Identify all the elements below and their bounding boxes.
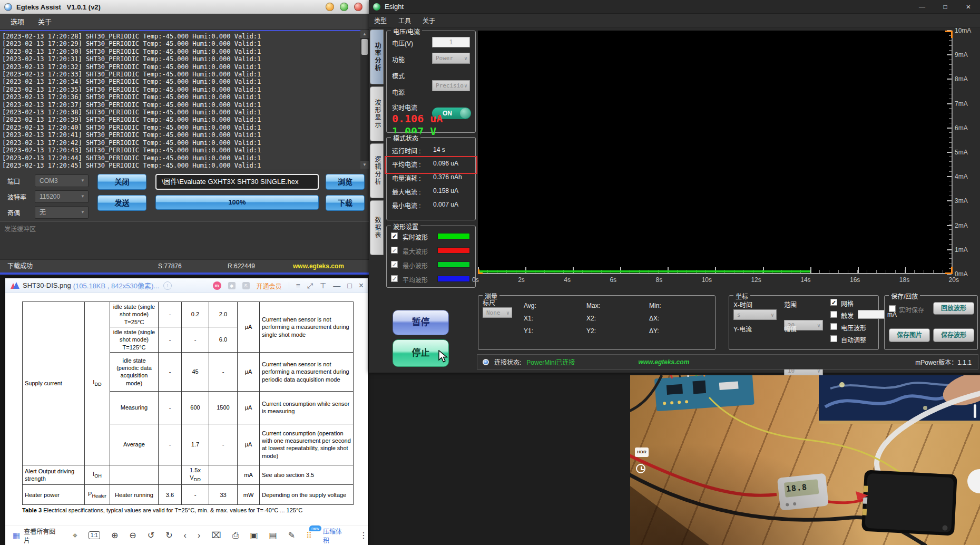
auto-adjust-checkbox[interactable]: ✓ xyxy=(830,335,837,342)
min-wave-color xyxy=(437,261,470,268)
esight-menu-item[interactable]: 关于 xyxy=(423,16,435,25)
realtime-wave-checkbox[interactable]: ✓ xyxy=(391,232,398,239)
scroll-up-icon[interactable]: ▲ xyxy=(360,30,369,38)
upload-icon[interactable]: ↑ xyxy=(163,281,172,290)
firmware-path-field[interactable]: \固件\Evaluate GXHT3X SHT30 SINGLE.hex xyxy=(155,174,319,190)
minimize-icon[interactable]: — xyxy=(333,282,340,289)
port-select[interactable]: COM3▼ xyxy=(35,174,89,187)
ruler-select[interactable]: None∨ xyxy=(483,307,512,318)
download-progress-bar: 100% xyxy=(155,195,319,210)
playback-wave-button[interactable]: 回放波形 xyxy=(933,302,974,315)
trigger-checkbox[interactable]: ✓ xyxy=(830,311,837,318)
shield-icon[interactable]: S xyxy=(242,282,250,289)
scroll-down-icon[interactable]: ▼ xyxy=(360,161,369,169)
timer-overlay-icon[interactable] xyxy=(636,464,645,473)
pause-button[interactable]: 暂停 xyxy=(393,310,449,335)
min-wave-row: ✓ 最小波形 xyxy=(391,261,471,271)
function-select[interactable]: Power∨ xyxy=(432,53,470,64)
compress-button[interactable]: 压缩体积 xyxy=(323,527,348,544)
voltage-input[interactable]: 1 xyxy=(432,37,470,47)
analysis-tab[interactable]: 波形显示 xyxy=(370,86,384,141)
viewer-titlebar[interactable]: SHT30-DIS.png (105.18KB , 842x530像素)... … xyxy=(5,278,368,293)
convert-image-icon[interactable]: ▣ xyxy=(250,531,258,540)
measurement-group: 测量 标尺 None∨ Avg:Max:Min:X1:X2:ΔX:Y1:Y2:Δ… xyxy=(478,295,716,350)
locate-icon[interactable]: ⌖ xyxy=(73,531,77,540)
egteks-menu-item[interactable]: 选项 xyxy=(11,16,24,26)
egteks-assist-window: Egteks Assist V1.0.1 (v2) 选项关于 [2023-02-… xyxy=(0,0,369,272)
convert-word-icon[interactable]: ▤ xyxy=(269,531,277,540)
rotate-right-icon[interactable]: ↻ xyxy=(165,531,172,540)
send-buffer-textarea[interactable]: 发送缓冲区 xyxy=(0,221,369,259)
y-major-ticks xyxy=(947,30,952,275)
zoom-in-icon[interactable]: ⊕ xyxy=(111,531,118,540)
more-apps-icon[interactable]: ⠿ new xyxy=(306,531,312,540)
next-image-icon[interactable]: › xyxy=(198,531,200,540)
maximize-icon[interactable]: □ xyxy=(934,0,957,14)
edge-handle xyxy=(974,404,976,418)
esight-menu-item[interactable]: 类型 xyxy=(374,16,387,25)
previous-image-icon[interactable]: ‹ xyxy=(184,531,187,540)
hamburger-menu-icon[interactable]: ≡ xyxy=(296,282,300,289)
egteks-titlebar[interactable]: Egteks Assist V1.0.1 (v2) xyxy=(0,0,369,14)
maximize-icon[interactable]: □ xyxy=(347,282,351,289)
voltage-wave-checkbox[interactable]: ✓ xyxy=(830,323,837,330)
minimize-icon[interactable]: — xyxy=(910,0,934,14)
close-icon[interactable]: × xyxy=(359,281,364,290)
save-wave-button[interactable]: 保存波形 xyxy=(933,328,974,342)
vip-avatar-icon[interactable]: m xyxy=(213,281,221,290)
x-tick-label: 20s xyxy=(949,276,959,284)
grid-checkbox[interactable]: ✓ xyxy=(830,299,837,306)
actual-size-button[interactable]: 1:1 xyxy=(89,531,100,539)
close-icon[interactable]: × xyxy=(957,0,980,14)
mode-select[interactable]: Precisio∨ xyxy=(432,80,470,91)
close-port-button[interactable]: 关闭 xyxy=(97,174,146,190)
vip-upgrade-link[interactable]: 开通会员 xyxy=(257,281,282,290)
chevron-down-icon: ∨ xyxy=(771,310,774,320)
current-waveform-chart[interactable] xyxy=(478,31,953,274)
realtime-save-checkbox[interactable]: ✓ xyxy=(889,305,896,312)
delete-icon[interactable]: ⌧ xyxy=(211,531,221,540)
baud-select[interactable]: 115200▼ xyxy=(35,190,89,203)
measurement-label: X1: xyxy=(524,315,586,322)
fullscreen-icon[interactable]: ⤢ xyxy=(307,282,313,289)
view-all-images-icon[interactable]: ▦ xyxy=(13,531,20,540)
scrollbar-thumb[interactable] xyxy=(361,39,368,55)
send-button[interactable]: 发送 xyxy=(97,195,146,211)
min-wave-checkbox[interactable]: ✓ xyxy=(391,261,398,268)
analysis-tab[interactable]: 逻辑分析 xyxy=(370,143,384,198)
minimize-traffic-light[interactable] xyxy=(326,3,334,11)
serial-log[interactable]: [2023-02-13 17:20:28] SHT30_PERIODIC Tem… xyxy=(0,30,360,169)
more-options-icon[interactable]: ⋮ xyxy=(359,531,368,540)
edit-icon[interactable]: ✎ xyxy=(288,531,295,540)
chevron-down-icon: ∨ xyxy=(464,53,467,64)
egteks-menu-item[interactable]: 关于 xyxy=(38,16,52,26)
close-traffic-light[interactable] xyxy=(354,3,362,11)
esight-menu-item[interactable]: 工具 xyxy=(398,16,411,25)
print-icon[interactable]: ⎙ xyxy=(232,531,239,540)
y-tick-label: 1mA xyxy=(955,246,971,254)
avg-wave-checkbox[interactable]: ✓ xyxy=(391,275,398,282)
analysis-tab[interactable]: 数据表 xyxy=(370,200,384,255)
hdr-overlay-icon[interactable]: HDR xyxy=(635,447,649,457)
max-wave-checkbox[interactable]: ✓ xyxy=(391,247,398,254)
x-unit-select[interactable]: s∨ xyxy=(733,309,777,320)
website-link[interactable]: www.egteks.com xyxy=(638,358,689,366)
zoom-out-icon[interactable]: ⊖ xyxy=(129,531,136,540)
website-link[interactable]: www.egteks.com xyxy=(293,260,344,272)
parity-select[interactable]: 无▼ xyxy=(35,206,89,219)
badge-icon[interactable]: ◆ xyxy=(228,282,236,289)
esight-titlebar[interactable]: Esight — □ × xyxy=(369,0,980,14)
rotate-left-icon[interactable]: ↺ xyxy=(148,531,154,540)
pin-icon[interactable]: ⊤ xyxy=(320,282,326,289)
maximize-traffic-light[interactable] xyxy=(340,3,348,11)
chart-corner-marker xyxy=(945,31,953,38)
log-scrollbar[interactable]: ▲ ▼ xyxy=(360,30,369,169)
analysis-tab[interactable]: 功率分析 xyxy=(370,30,384,84)
save-image-button[interactable]: 保存图片 xyxy=(889,328,930,342)
egteks-menubar: 选项关于 xyxy=(0,14,369,30)
download-button[interactable]: 下载 xyxy=(326,195,365,211)
trigger-input[interactable] xyxy=(858,310,885,319)
measurement-label: Min: xyxy=(649,302,712,309)
view-all-images-label[interactable]: 查看所有图片 xyxy=(24,527,62,544)
browse-button[interactable]: 浏览 xyxy=(326,174,365,190)
